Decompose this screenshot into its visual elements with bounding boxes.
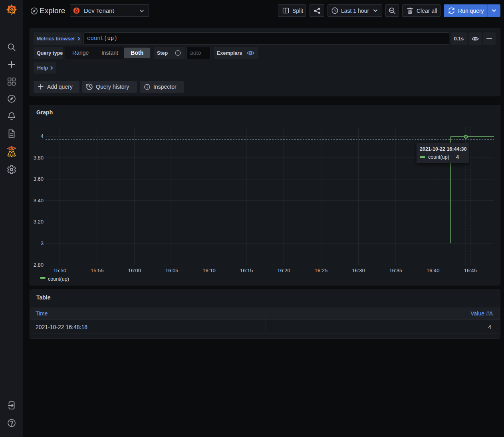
svg-text:3: 3 bbox=[41, 240, 44, 246]
svg-text:count(up): count(up) bbox=[48, 276, 69, 282]
svg-text:15:50: 15:50 bbox=[54, 267, 67, 273]
svg-text:16:15: 16:15 bbox=[240, 267, 253, 273]
svg-text:15:55: 15:55 bbox=[91, 267, 104, 273]
svg-text:16:05: 16:05 bbox=[165, 267, 179, 273]
svg-text:2.80: 2.80 bbox=[34, 262, 44, 268]
svg-text:16:25: 16:25 bbox=[315, 267, 328, 273]
svg-text:3.60: 3.60 bbox=[34, 176, 44, 182]
svg-text:16:35: 16:35 bbox=[389, 267, 403, 273]
svg-text:3.80: 3.80 bbox=[34, 155, 44, 161]
svg-text:16:40: 16:40 bbox=[427, 267, 440, 273]
svg-text:16:45: 16:45 bbox=[464, 267, 477, 273]
svg-text:16:10: 16:10 bbox=[202, 267, 216, 273]
svg-text:3.40: 3.40 bbox=[34, 198, 44, 204]
svg-text:3.20: 3.20 bbox=[34, 219, 44, 225]
svg-text:16:00: 16:00 bbox=[128, 267, 141, 273]
svg-text:16:30: 16:30 bbox=[352, 267, 365, 273]
svg-text:16:20: 16:20 bbox=[277, 267, 290, 273]
svg-text:4: 4 bbox=[41, 133, 44, 139]
